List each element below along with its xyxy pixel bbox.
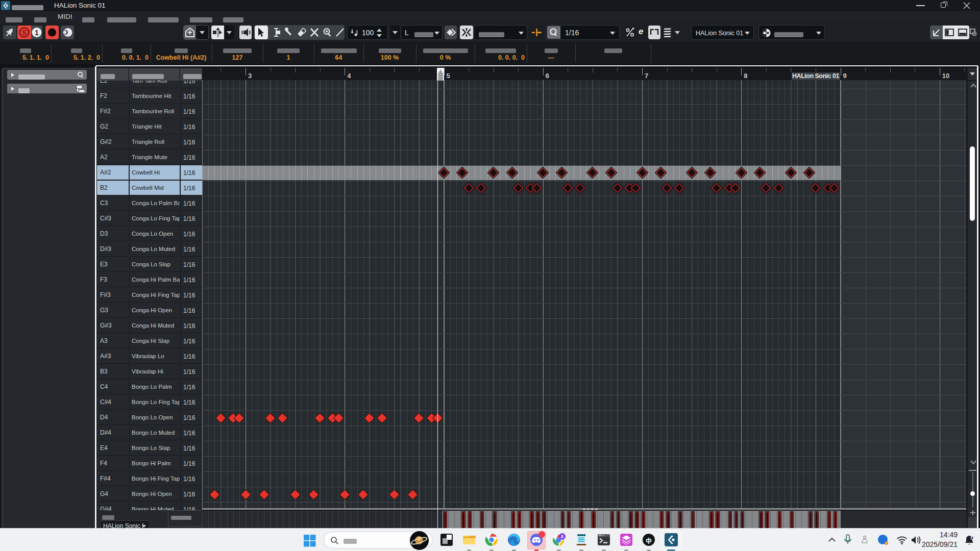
svg-text:z: z — [971, 535, 973, 540]
svg-text:ф: ф — [646, 536, 651, 544]
svg-text:S: S — [22, 29, 27, 37]
svg-text:1: 1 — [35, 29, 39, 37]
